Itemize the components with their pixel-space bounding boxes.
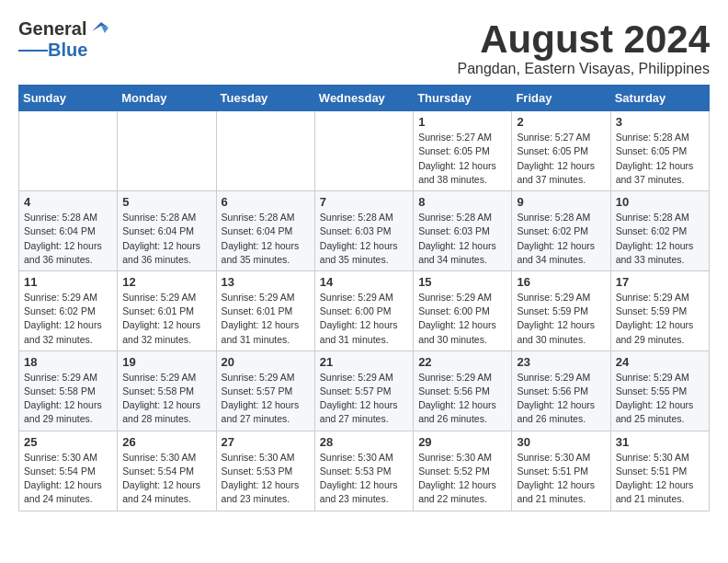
day-number: 20 — [222, 355, 310, 369]
calendar-cell: 27Sunrise: 5:30 AMSunset: 5:53 PMDayligh… — [216, 431, 314, 511]
calendar-cell — [216, 111, 314, 191]
day-info: Sunrise: 5:28 AMSunset: 6:03 PMDaylight:… — [418, 211, 506, 267]
day-info: Sunrise: 5:30 AMSunset: 5:54 PMDaylight:… — [24, 451, 112, 507]
calendar-subtitle: Pangdan, Eastern Visayas, Philippines — [457, 61, 710, 77]
calendar-cell: 17Sunrise: 5:29 AMSunset: 5:59 PMDayligh… — [610, 270, 709, 350]
day-info: Sunrise: 5:29 AMSunset: 5:56 PMDaylight:… — [517, 371, 605, 427]
calendar-cell: 3Sunrise: 5:28 AMSunset: 6:05 PMDaylight… — [610, 111, 709, 191]
day-number: 23 — [517, 355, 605, 369]
day-info: Sunrise: 5:28 AMSunset: 6:04 PMDaylight:… — [24, 211, 112, 267]
calendar-cell: 31Sunrise: 5:30 AMSunset: 5:51 PMDayligh… — [610, 431, 709, 511]
calendar-cell: 2Sunrise: 5:27 AMSunset: 6:05 PMDaylight… — [512, 111, 610, 191]
day-number: 18 — [24, 355, 112, 369]
day-info: Sunrise: 5:29 AMSunset: 5:57 PMDaylight:… — [222, 371, 310, 427]
calendar-week-row: 11Sunrise: 5:29 AMSunset: 6:02 PMDayligh… — [19, 270, 710, 350]
weekday-header-saturday: Saturday — [610, 86, 709, 111]
day-info: Sunrise: 5:29 AMSunset: 6:00 PMDaylight:… — [320, 291, 408, 347]
day-info: Sunrise: 5:29 AMSunset: 6:01 PMDaylight:… — [122, 291, 210, 347]
calendar-cell: 29Sunrise: 5:30 AMSunset: 5:52 PMDayligh… — [414, 431, 512, 511]
weekday-header-friday: Friday — [512, 86, 610, 111]
day-number: 29 — [418, 435, 506, 449]
day-number: 11 — [24, 275, 112, 289]
calendar-cell: 9Sunrise: 5:28 AMSunset: 6:02 PMDaylight… — [512, 191, 610, 271]
day-number: 30 — [517, 435, 605, 449]
day-number: 3 — [616, 115, 704, 129]
day-info: Sunrise: 5:29 AMSunset: 6:00 PMDaylight:… — [418, 291, 506, 347]
calendar-table: SundayMondayTuesdayWednesdayThursdayFrid… — [18, 85, 710, 511]
logo: General Blue — [18, 18, 108, 61]
day-number: 13 — [222, 275, 310, 289]
calendar-cell: 22Sunrise: 5:29 AMSunset: 5:56 PMDayligh… — [414, 350, 512, 431]
day-info: Sunrise: 5:28 AMSunset: 6:04 PMDaylight:… — [122, 211, 210, 267]
logo-blue: Blue — [48, 40, 87, 61]
day-number: 6 — [222, 195, 310, 209]
day-info: Sunrise: 5:30 AMSunset: 5:54 PMDaylight:… — [122, 451, 210, 507]
day-number: 14 — [320, 275, 408, 289]
calendar-cell: 5Sunrise: 5:28 AMSunset: 6:04 PMDaylight… — [118, 191, 216, 271]
day-number: 25 — [24, 435, 112, 449]
weekday-header-tuesday: Tuesday — [216, 86, 314, 111]
calendar-cell — [314, 111, 413, 191]
calendar-title-block: August 2024 Pangdan, Eastern Visayas, Ph… — [457, 18, 710, 77]
calendar-cell: 8Sunrise: 5:28 AMSunset: 6:03 PMDaylight… — [414, 191, 512, 271]
calendar-cell: 26Sunrise: 5:30 AMSunset: 5:54 PMDayligh… — [118, 431, 216, 511]
calendar-title: August 2024 — [457, 18, 710, 61]
calendar-cell: 11Sunrise: 5:29 AMSunset: 6:02 PMDayligh… — [19, 270, 118, 350]
day-info: Sunrise: 5:29 AMSunset: 5:58 PMDaylight:… — [24, 371, 112, 427]
calendar-cell — [19, 111, 118, 191]
day-number: 1 — [418, 115, 506, 129]
day-number: 2 — [517, 115, 605, 129]
calendar-cell: 18Sunrise: 5:29 AMSunset: 5:58 PMDayligh… — [19, 350, 118, 431]
day-number: 17 — [616, 275, 704, 289]
day-number: 21 — [320, 355, 408, 369]
day-info: Sunrise: 5:30 AMSunset: 5:51 PMDaylight:… — [517, 451, 605, 507]
day-number: 22 — [418, 355, 506, 369]
day-info: Sunrise: 5:28 AMSunset: 6:02 PMDaylight:… — [616, 211, 704, 267]
day-info: Sunrise: 5:28 AMSunset: 6:05 PMDaylight:… — [616, 131, 704, 187]
calendar-cell: 16Sunrise: 5:29 AMSunset: 5:59 PMDayligh… — [512, 270, 610, 350]
day-info: Sunrise: 5:27 AMSunset: 6:05 PMDaylight:… — [418, 131, 506, 187]
day-info: Sunrise: 5:29 AMSunset: 5:59 PMDaylight:… — [517, 291, 605, 347]
day-info: Sunrise: 5:29 AMSunset: 6:02 PMDaylight:… — [24, 291, 112, 347]
calendar-week-row: 25Sunrise: 5:30 AMSunset: 5:54 PMDayligh… — [19, 431, 710, 511]
day-info: Sunrise: 5:28 AMSunset: 6:04 PMDaylight:… — [222, 211, 310, 267]
day-info: Sunrise: 5:30 AMSunset: 5:51 PMDaylight:… — [616, 451, 704, 507]
day-number: 31 — [616, 435, 704, 449]
calendar-cell — [118, 111, 216, 191]
weekday-header-wednesday: Wednesday — [314, 86, 413, 111]
day-info: Sunrise: 5:29 AMSunset: 5:56 PMDaylight:… — [418, 371, 506, 427]
calendar-cell: 1Sunrise: 5:27 AMSunset: 6:05 PMDaylight… — [414, 111, 512, 191]
day-number: 27 — [222, 435, 310, 449]
day-number: 28 — [320, 435, 408, 449]
calendar-cell: 4Sunrise: 5:28 AMSunset: 6:04 PMDaylight… — [19, 191, 118, 271]
logo-bird-icon — [88, 20, 108, 37]
day-info: Sunrise: 5:30 AMSunset: 5:52 PMDaylight:… — [418, 451, 506, 507]
calendar-cell: 13Sunrise: 5:29 AMSunset: 6:01 PMDayligh… — [216, 270, 314, 350]
day-info: Sunrise: 5:29 AMSunset: 5:58 PMDaylight:… — [122, 371, 210, 427]
weekday-header-sunday: Sunday — [19, 86, 118, 111]
day-info: Sunrise: 5:29 AMSunset: 5:55 PMDaylight:… — [616, 371, 704, 427]
day-info: Sunrise: 5:28 AMSunset: 6:03 PMDaylight:… — [320, 211, 408, 267]
day-number: 19 — [122, 355, 210, 369]
calendar-cell: 28Sunrise: 5:30 AMSunset: 5:53 PMDayligh… — [314, 431, 413, 511]
day-number: 5 — [122, 195, 210, 209]
day-number: 8 — [418, 195, 506, 209]
calendar-cell: 30Sunrise: 5:30 AMSunset: 5:51 PMDayligh… — [512, 431, 610, 511]
day-info: Sunrise: 5:29 AMSunset: 5:59 PMDaylight:… — [616, 291, 704, 347]
calendar-cell: 19Sunrise: 5:29 AMSunset: 5:58 PMDayligh… — [118, 350, 216, 431]
day-info: Sunrise: 5:28 AMSunset: 6:02 PMDaylight:… — [517, 211, 605, 267]
calendar-cell: 24Sunrise: 5:29 AMSunset: 5:55 PMDayligh… — [610, 350, 709, 431]
day-number: 12 — [122, 275, 210, 289]
weekday-header-thursday: Thursday — [414, 86, 512, 111]
calendar-header-row: SundayMondayTuesdayWednesdayThursdayFrid… — [19, 86, 710, 111]
day-number: 15 — [418, 275, 506, 289]
day-info: Sunrise: 5:30 AMSunset: 5:53 PMDaylight:… — [222, 451, 310, 507]
day-info: Sunrise: 5:30 AMSunset: 5:53 PMDaylight:… — [320, 451, 408, 507]
day-info: Sunrise: 5:27 AMSunset: 6:05 PMDaylight:… — [517, 131, 605, 187]
day-info: Sunrise: 5:29 AMSunset: 6:01 PMDaylight:… — [222, 291, 310, 347]
calendar-cell: 20Sunrise: 5:29 AMSunset: 5:57 PMDayligh… — [216, 350, 314, 431]
day-number: 24 — [616, 355, 704, 369]
calendar-week-row: 4Sunrise: 5:28 AMSunset: 6:04 PMDaylight… — [19, 191, 710, 271]
day-info: Sunrise: 5:29 AMSunset: 5:57 PMDaylight:… — [320, 371, 408, 427]
calendar-cell: 10Sunrise: 5:28 AMSunset: 6:02 PMDayligh… — [610, 191, 709, 271]
